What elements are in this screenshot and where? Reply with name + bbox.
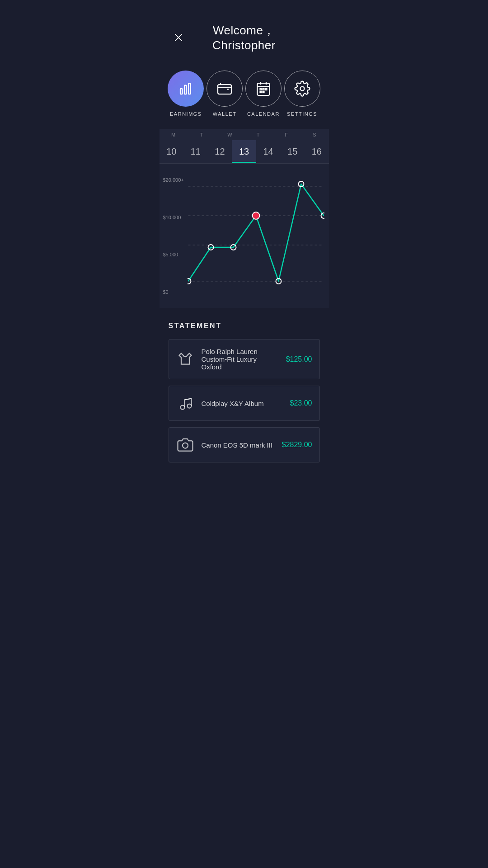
day-labels-row: M T W T F S (160, 129, 329, 140)
close-button[interactable] (170, 29, 187, 46)
svg-point-23 (252, 212, 259, 219)
date-12[interactable]: 12 (208, 140, 232, 163)
date-10[interactable]: 10 (160, 140, 184, 163)
svg-rect-13 (260, 91, 261, 93)
svg-point-15 (300, 87, 304, 91)
calendar-label: CALENDAR (247, 111, 280, 117)
day-label-w: W (216, 129, 244, 140)
earnings-icon-circle (168, 71, 204, 107)
svg-point-28 (187, 404, 191, 408)
settings-icon-circle (284, 71, 320, 107)
statement-section: STATEMENT Polo Ralph Lauren Custom-Fit L… (160, 308, 329, 478)
settings-label: SETTINGS (287, 111, 317, 117)
day-label-t2: T (244, 129, 272, 140)
y-label-5000: $5.000 (163, 252, 184, 257)
svg-point-30 (183, 443, 188, 448)
y-label-10000: $10.000 (163, 215, 184, 220)
day-label-s: S (300, 129, 329, 140)
wallet-label: WALLET (213, 111, 237, 117)
day-label-f: F (272, 129, 301, 140)
chart-svg (188, 177, 324, 295)
svg-point-27 (180, 406, 184, 410)
date-11[interactable]: 11 (183, 140, 208, 163)
nav-icons: EARNIMGS WALLET (160, 61, 329, 129)
y-label-20000: $20.000+ (163, 177, 184, 183)
page-title: Welcome，Christopher (187, 23, 318, 52)
item-1-name: Polo Ralph Lauren Custom-Fit Luxury Oxfo… (202, 348, 279, 371)
statement-item-3[interactable]: Canon EOS 5D mark III $2829.00 (169, 427, 320, 462)
date-16[interactable]: 16 (305, 140, 329, 163)
statement-title: STATEMENT (169, 322, 320, 330)
statement-item-1[interactable]: Polo Ralph Lauren Custom-Fit Luxury Oxfo… (169, 339, 320, 379)
nav-item-calendar[interactable]: CALENDAR (245, 71, 282, 117)
item-3-name: Canon EOS 5D mark III (202, 441, 275, 449)
shirt-icon (176, 350, 194, 368)
item-1-price: $125.00 (286, 355, 312, 363)
svg-rect-5 (218, 85, 231, 94)
date-selector: 10 11 12 13 14 15 16 (160, 140, 329, 164)
day-label-t1: T (188, 129, 216, 140)
day-label-m: M (160, 129, 188, 140)
item-2-name: Coldplay X&Y Album (202, 400, 283, 407)
item-2-price: $23.00 (290, 399, 312, 407)
camera-icon (176, 436, 194, 454)
svg-rect-11 (263, 89, 264, 90)
music-icon (176, 394, 194, 412)
svg-line-29 (184, 399, 191, 400)
nav-item-earnings[interactable]: EARNIMGS (168, 71, 204, 117)
svg-rect-12 (265, 89, 267, 90)
date-14[interactable]: 14 (256, 140, 281, 163)
date-15[interactable]: 15 (280, 140, 305, 163)
y-label-0: $0 (163, 289, 184, 295)
statement-item-2[interactable]: Coldplay X&Y Album $23.00 (169, 386, 320, 421)
nav-item-wallet[interactable]: WALLET (206, 71, 243, 117)
earnings-label: EARNIMGS (170, 111, 202, 117)
calendar-icon-circle (245, 71, 282, 107)
item-3-price: $2829.00 (282, 441, 312, 449)
svg-rect-10 (260, 89, 261, 90)
svg-rect-2 (180, 89, 183, 94)
earnings-chart: $20.000+ $10.000 $5.000 $0 (160, 164, 329, 308)
svg-rect-14 (263, 91, 264, 93)
header: Welcome，Christopher (160, 0, 329, 61)
svg-rect-3 (184, 85, 187, 94)
svg-rect-4 (188, 83, 191, 94)
date-13[interactable]: 13 (232, 140, 256, 163)
svg-rect-6 (257, 83, 269, 95)
wallet-icon-circle (206, 71, 243, 107)
nav-item-settings[interactable]: SETTINGS (284, 71, 320, 117)
